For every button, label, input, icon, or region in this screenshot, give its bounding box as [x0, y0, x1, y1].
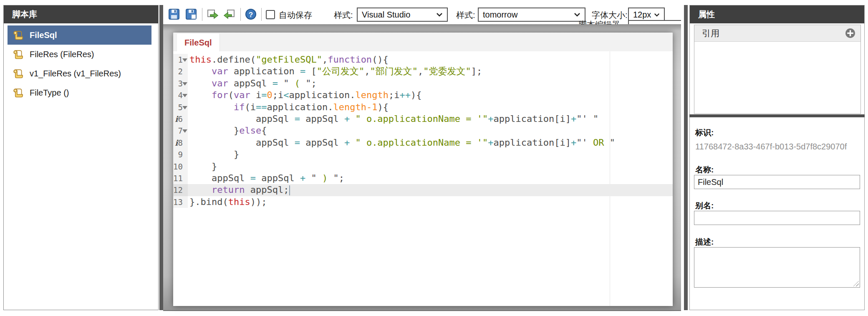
- add-reference-button[interactable]: [845, 28, 855, 38]
- style2-value: tomorrow: [483, 10, 517, 20]
- reference-title: 引用: [702, 28, 719, 39]
- gutter-cell[interactable]: i6: [173, 113, 188, 125]
- properties-divider[interactable]: [689, 114, 865, 117]
- gutter-cell[interactable]: 3: [173, 78, 188, 89]
- fold-arrow-icon[interactable]: [182, 129, 187, 133]
- chevron-down-icon: [436, 13, 443, 17]
- code-line-11[interactable]: 11 appSql = appSql + " ) ";: [173, 172, 673, 184]
- script-scroll-icon: [13, 49, 24, 60]
- code-line-3[interactable]: 3 var appSql = " ( ";: [173, 78, 673, 89]
- code-line-text: }.bind(this));: [188, 196, 673, 208]
- code-editor-card: FileSql 1this.define("getFileSQL",functi…: [173, 33, 673, 306]
- left-splitter[interactable]: [159, 5, 163, 310]
- editor-row2-label: 脚本编辑器: [578, 19, 620, 24]
- gutter-cell[interactable]: 12: [173, 184, 188, 196]
- script-list-item-2[interactable]: v1_FileRes (v1_FileRes): [8, 64, 151, 83]
- help-button[interactable]: ?: [245, 8, 257, 20]
- gutter-cell[interactable]: 4: [173, 89, 188, 101]
- autosave-label: 自动保存: [279, 10, 312, 21]
- code-line-2[interactable]: 2 var application = ["公司发文","部门发文","党委发文…: [173, 66, 673, 77]
- gutter-cell[interactable]: 9: [173, 149, 188, 160]
- code-line-text: appSql = appSql + " ) ";: [188, 172, 673, 184]
- code-line-text: var appSql = " ( ";: [188, 78, 673, 89]
- code-line-text: for(var i=0;i<application.length;i++){: [188, 89, 673, 101]
- reference-box: 引用: [694, 25, 861, 114]
- editor-row2-input[interactable]: [628, 20, 681, 24]
- script-list-item-1[interactable]: FileRes (FileRes): [8, 45, 151, 64]
- script-scroll-icon: [13, 30, 24, 41]
- toolbar: ? 自动保存 样式: Visual Studio 样式: tomorrow 字体…: [163, 5, 681, 24]
- properties-header: 属性: [690, 5, 864, 23]
- gutter-cell[interactable]: i8: [173, 137, 188, 149]
- fold-arrow-icon[interactable]: [182, 82, 187, 86]
- style2-select[interactable]: tomorrow: [478, 8, 585, 22]
- gutter-cell[interactable]: 1: [173, 54, 188, 66]
- code-line-13[interactable]: 13}.bind(this));: [173, 196, 673, 208]
- gutter-cell[interactable]: 2: [173, 66, 188, 77]
- style1-value: Visual Studio: [362, 10, 410, 20]
- code-line-7[interactable]: 7 }else{: [173, 125, 673, 137]
- gutter-cell[interactable]: 11: [173, 172, 188, 184]
- style1-select[interactable]: Visual Studio: [357, 8, 448, 22]
- style2-label: 样式:: [456, 10, 475, 21]
- toolbar-separator: [240, 8, 241, 21]
- code-line-text: appSql = appSql + " o.applicationName = …: [188, 113, 673, 125]
- info-icon: i: [175, 113, 178, 125]
- import-button[interactable]: [223, 8, 236, 20]
- code-line-5[interactable]: 5 if(i==application.length-1){: [173, 101, 673, 113]
- code-line-text: }else{: [188, 125, 673, 137]
- code-line-4[interactable]: 4 for(var i=0;i<application.length;i++){: [173, 89, 673, 101]
- alias-label: 别名:: [695, 200, 714, 211]
- svg-text:?: ?: [249, 11, 253, 19]
- code-line-10[interactable]: 10 }: [173, 161, 673, 172]
- desc-label: 描述:: [695, 237, 714, 248]
- properties-title: 属性: [698, 9, 715, 20]
- toolbar-separator: [202, 8, 202, 21]
- code-line-6[interactable]: i6 appSql = appSql + " o.applicationName…: [173, 113, 673, 125]
- script-item-label: FileType (): [30, 88, 69, 98]
- font-size-select[interactable]: 12px: [628, 8, 665, 22]
- code-lines: 1this.define("getFileSQL",function(){2 v…: [173, 54, 673, 208]
- code-line-1[interactable]: 1this.define("getFileSQL",function(){: [173, 54, 673, 66]
- script-item-label: v1_FileRes (v1_FileRes): [30, 69, 121, 78]
- id-label: 标识:: [695, 127, 714, 138]
- gutter-cell[interactable]: 10: [173, 161, 188, 172]
- fold-arrow-icon[interactable]: [182, 94, 187, 97]
- import-arrow-icon: [223, 8, 236, 20]
- autosave-checkbox[interactable]: [266, 10, 275, 19]
- properties-panel: 属性 引用 标识: 11768472-8a33-467f-b013-5d7f8c…: [689, 5, 865, 310]
- gutter-cell[interactable]: 13: [173, 196, 188, 208]
- right-splitter[interactable]: [684, 5, 688, 310]
- script-item-label: FileSql: [30, 30, 57, 40]
- desc-field[interactable]: [694, 247, 860, 288]
- text-cursor: [289, 185, 290, 195]
- script-list-item-3[interactable]: FileType (): [8, 83, 151, 102]
- editor-tab-filesql[interactable]: FileSql: [177, 34, 220, 51]
- name-label: 名称:: [695, 164, 714, 175]
- alias-field[interactable]: [694, 211, 860, 225]
- style1-label: 样式:: [334, 10, 353, 21]
- script-list-item-0[interactable]: FileSql: [8, 25, 151, 45]
- save-button[interactable]: [168, 8, 180, 20]
- code-editor[interactable]: 1this.define("getFileSQL",function(){2 v…: [173, 51, 673, 306]
- resize-handle-icon[interactable]: [853, 281, 859, 286]
- code-line-9[interactable]: 9 }: [173, 149, 673, 160]
- save-as-button[interactable]: [185, 8, 197, 20]
- gutter-cell[interactable]: 5: [173, 101, 188, 113]
- script-scroll-icon: [13, 68, 24, 79]
- help-icon: ?: [245, 8, 257, 20]
- fold-arrow-icon[interactable]: [182, 58, 187, 62]
- code-line-12[interactable]: 12 return appSql;: [173, 184, 673, 196]
- code-line-text: }: [188, 161, 673, 172]
- font-size-value: 12px: [633, 10, 651, 20]
- fold-arrow-icon[interactable]: [182, 106, 187, 109]
- editor-tab-label: FileSql: [184, 38, 212, 48]
- export-button[interactable]: [206, 8, 219, 20]
- gutter-cell[interactable]: 7: [173, 125, 188, 137]
- code-line-text: this.define("getFileSQL",function(){: [188, 54, 673, 66]
- code-line-text: }: [188, 149, 673, 160]
- toolbar-separator: [261, 8, 262, 21]
- name-field[interactable]: [694, 175, 860, 189]
- info-icon: i: [175, 137, 178, 149]
- code-line-8[interactable]: i8 appSql = appSql + " o.applicationName…: [173, 137, 673, 149]
